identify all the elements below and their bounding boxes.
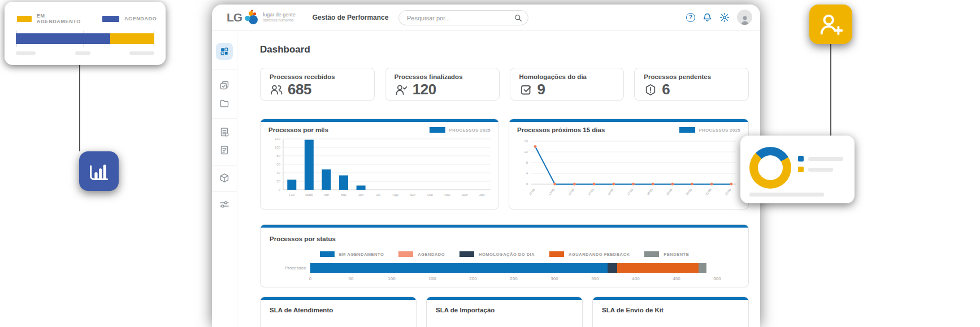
legend-item-em-agendamento: EM AGENDAMENTO bbox=[17, 13, 83, 24]
placeholder-pill bbox=[16, 51, 36, 55]
search-bar[interactable] bbox=[398, 10, 528, 25]
status-legend-item: HOMOLOGAÇÃO DO DIA bbox=[459, 251, 535, 257]
sidebar-item-folders[interactable] bbox=[216, 95, 232, 111]
chart-title: Processos por mês bbox=[268, 127, 328, 133]
bar-chart-icon bbox=[86, 158, 112, 184]
main-content: Dashboard Processos recebidos 685 bbox=[237, 30, 760, 326]
sidebar-item-tasks[interactable] bbox=[216, 77, 232, 93]
svg-text:60: 60 bbox=[276, 163, 280, 166]
svg-text:100: 100 bbox=[275, 146, 281, 149]
stat-card-processos-recebidos: Processos recebidos 685 bbox=[260, 68, 375, 101]
help-button[interactable]: ? bbox=[686, 13, 695, 22]
sidebar-divider bbox=[212, 165, 237, 165]
sidebar-divider bbox=[212, 118, 237, 119]
floating-donut-card bbox=[740, 136, 855, 203]
copy-check-icon bbox=[219, 80, 229, 90]
alert-hexagon-icon bbox=[644, 83, 657, 97]
package-icon bbox=[219, 173, 229, 183]
svg-text:80: 80 bbox=[276, 154, 280, 158]
status-bar-row: Processos bbox=[270, 263, 739, 273]
status-bar-segment bbox=[617, 263, 699, 273]
placeholder-labels bbox=[16, 51, 154, 55]
people-icon bbox=[270, 83, 283, 97]
sidebar-item-settings-filters[interactable] bbox=[216, 197, 232, 212]
tagline-line1: lugar de gente bbox=[263, 12, 296, 18]
stat-label: Processos recebidos bbox=[270, 73, 365, 80]
placeholder-pill bbox=[808, 168, 833, 172]
mini-bar-segment bbox=[16, 33, 110, 44]
bell-icon bbox=[703, 12, 712, 23]
svg-text:19/05: 19/05 bbox=[665, 188, 673, 196]
svg-text:Set: Set bbox=[410, 193, 415, 197]
charts-row: Processos por mês PROCESSOS 2025 0204060… bbox=[260, 119, 749, 210]
svg-text:18/05: 18/05 bbox=[646, 188, 653, 196]
axis-tick-label: 200 bbox=[469, 276, 476, 281]
axis-tick-label: 500 bbox=[713, 276, 721, 281]
sidebar-item-documents[interactable] bbox=[216, 142, 232, 158]
chart-legend: PROCESSOS 2025 bbox=[430, 127, 491, 133]
sidebar-item-dashboard[interactable] bbox=[216, 43, 233, 60]
app-header: LG lugar de gente sistemas humanos Gestã… bbox=[212, 5, 760, 30]
legend-label: PROCESSOS 2025 bbox=[449, 128, 491, 133]
app-window: LG lugar de gente sistemas humanos Gestã… bbox=[212, 5, 760, 327]
card-sla-importacao: SLA de Importação bbox=[426, 297, 583, 327]
person-add-icon bbox=[817, 11, 844, 37]
stat-value: 9 bbox=[537, 81, 545, 98]
card-processos-proximos-15-dias: Processos próximos 15 dias PROCESSOS 202… bbox=[509, 119, 749, 210]
chart-title: Processos por status bbox=[270, 236, 336, 242]
avatar bbox=[737, 10, 752, 25]
card-sla-envio-kit: SLA de Envio de Kit bbox=[592, 297, 749, 327]
legend-label: AGENDADO bbox=[418, 252, 445, 257]
legend-label: PENDENTE bbox=[664, 252, 689, 257]
status-legend-item: AGUARDANDO FEEDBACK bbox=[549, 251, 630, 257]
mini-bar-segment bbox=[110, 33, 154, 44]
axis-tick-label: 100 bbox=[388, 276, 395, 281]
legend-swatch-blue bbox=[102, 16, 119, 22]
logo[interactable]: LG lugar de gente sistemas humanos bbox=[227, 8, 296, 27]
sidebar-item-reports[interactable] bbox=[216, 124, 232, 140]
logo-blob-icon bbox=[244, 8, 259, 27]
status-axis: 050100150200250300350400450500 bbox=[310, 275, 717, 284]
svg-text:Fev: Fev bbox=[289, 193, 294, 197]
status-bar-segment bbox=[310, 263, 608, 273]
sidebar-item-packages[interactable] bbox=[216, 170, 232, 186]
legend-label: AGUARDANDO FEEDBACK bbox=[569, 252, 630, 257]
legend-swatch bbox=[430, 127, 445, 133]
legend-label: EM AGENDAMENTO bbox=[37, 13, 83, 24]
svg-text:22/05: 22/05 bbox=[724, 188, 731, 196]
sla-title: SLA de Envio de Kit bbox=[593, 300, 748, 313]
svg-text:12/05: 12/05 bbox=[528, 188, 535, 196]
chart-title: Processos próximos 15 dias bbox=[517, 127, 605, 133]
axis-tick-label: 250 bbox=[510, 276, 517, 281]
search-icon[interactable] bbox=[514, 14, 522, 22]
svg-text:40: 40 bbox=[276, 171, 280, 175]
placeholder-pill bbox=[749, 193, 824, 197]
window-body: Dashboard Processos recebidos 685 bbox=[212, 30, 760, 326]
axis-tick-label: 0 bbox=[309, 276, 311, 281]
svg-text:Dez: Dez bbox=[462, 193, 468, 197]
user-menu-button[interactable] bbox=[737, 10, 752, 25]
legend-label: AGENDADO bbox=[124, 16, 157, 21]
svg-text:Jan: Jan bbox=[479, 193, 485, 197]
svg-text:20: 20 bbox=[276, 180, 280, 183]
mini-stacked-bar-wrap bbox=[16, 32, 154, 46]
svg-text:16/05: 16/05 bbox=[606, 188, 614, 196]
settings-button[interactable] bbox=[719, 12, 730, 23]
axis-tick-label: 350 bbox=[591, 276, 599, 281]
sidebar-divider bbox=[212, 191, 237, 192]
sidebar-divider bbox=[212, 69, 237, 69]
file-report-icon bbox=[219, 127, 229, 137]
svg-text:Jul: Jul bbox=[376, 193, 380, 197]
processos-por-mes-chart: 020406080100120FevMarçAbrMaiJunJulAgoSet… bbox=[268, 136, 492, 199]
search-input[interactable] bbox=[407, 15, 514, 21]
legend-label: EM AGENDAMENTO bbox=[339, 252, 384, 257]
legend-label: HOMOLOGAÇÃO DO DIA bbox=[479, 252, 535, 257]
help-icon: ? bbox=[686, 13, 695, 22]
person-check-icon bbox=[394, 83, 408, 97]
notifications-button[interactable] bbox=[703, 12, 712, 23]
file-check-icon bbox=[219, 145, 229, 155]
mini-legend: EM AGENDAMENTO AGENDADO bbox=[16, 13, 154, 24]
stat-label: Processos finalizados bbox=[394, 73, 490, 80]
axis-tick-label: 400 bbox=[632, 276, 639, 281]
sla-title: SLA de Atendimento bbox=[261, 300, 416, 313]
